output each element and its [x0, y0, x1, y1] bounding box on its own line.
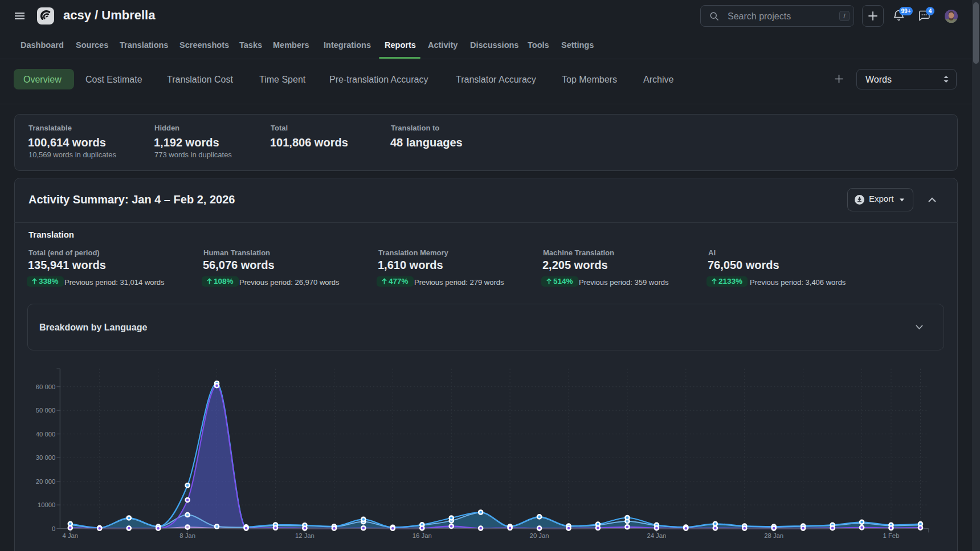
- svg-text:50 000: 50 000: [36, 407, 56, 414]
- svg-text:0: 0: [52, 525, 55, 532]
- svg-text:30 000: 30 000: [36, 454, 56, 461]
- svg-text:28 Jan: 28 Jan: [764, 532, 783, 539]
- svg-text:20 000: 20 000: [36, 478, 56, 485]
- svg-text:16 Jan: 16 Jan: [413, 532, 432, 539]
- svg-text:4 Jan: 4 Jan: [62, 532, 78, 539]
- svg-text:1 Feb: 1 Feb: [883, 532, 899, 539]
- svg-text:24 Jan: 24 Jan: [647, 532, 666, 539]
- svg-text:8 Jan: 8 Jan: [179, 532, 195, 539]
- svg-text:60 000: 60 000: [36, 383, 56, 390]
- svg-text:10000: 10000: [38, 501, 55, 508]
- svg-text:40 000: 40 000: [36, 431, 56, 438]
- svg-text:20 Jan: 20 Jan: [530, 532, 549, 539]
- svg-text:12 Jan: 12 Jan: [295, 532, 315, 539]
